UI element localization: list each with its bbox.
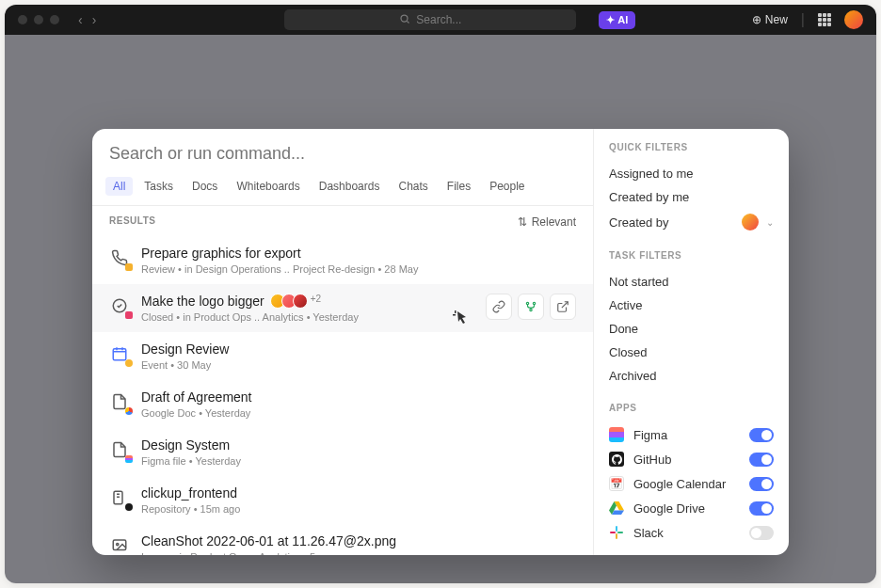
filter-done[interactable]: Done <box>609 317 774 341</box>
tab-docs[interactable]: Docs <box>184 177 225 196</box>
result-title: Make the logo bigger +2 <box>141 294 474 309</box>
svg-rect-12 <box>616 533 617 539</box>
app-gdrive-row: Google Drive <box>609 496 774 520</box>
gdrive-toggle[interactable] <box>749 501 774 516</box>
results-heading: RESULTS <box>109 215 155 229</box>
sparkle-icon: ✦ <box>606 14 615 26</box>
filter-created-by-me[interactable]: Created by me <box>609 185 774 209</box>
result-meta: Review • in Design Operations .. Project… <box>141 263 576 275</box>
maximize-window-icon[interactable] <box>50 15 59 24</box>
global-search[interactable]: Search... <box>284 9 576 30</box>
task-filters-heading: TASK FILTERS <box>609 250 774 261</box>
app-grid-icon[interactable] <box>818 13 831 26</box>
phone-icon <box>109 247 130 268</box>
svg-point-4 <box>530 309 532 310</box>
svg-rect-13 <box>610 532 616 533</box>
calendar-icon <box>109 343 130 364</box>
plus-icon: ⊕ <box>752 13 761 26</box>
result-item[interactable]: CleanShot 2022-06-01 at 11.26.47@2x.png … <box>92 524 593 555</box>
app-body: All Tasks Docs Whiteboards Dashboards Ch… <box>5 35 876 583</box>
repository-icon <box>109 487 130 508</box>
result-item[interactable]: Design Review Event • 30 May <box>92 332 593 380</box>
figma-toggle[interactable] <box>749 428 774 442</box>
minimize-window-icon[interactable] <box>34 15 43 24</box>
search-placeholder: Search... <box>416 13 461 26</box>
filter-created-by[interactable]: Created by ⌄ <box>609 209 774 235</box>
search-icon <box>399 13 410 27</box>
tab-whiteboards[interactable]: Whiteboards <box>229 177 307 196</box>
nav-back-icon[interactable]: ‹ <box>78 12 83 27</box>
result-meta: Image • in Product Ops .. Analytics • 5m… <box>141 551 576 555</box>
command-search-input[interactable] <box>109 144 576 164</box>
result-item[interactable]: Prepare graphics for export Review • in … <box>92 236 593 284</box>
filter-archived[interactable]: Archived <box>609 364 774 388</box>
open-new-button[interactable] <box>550 294 576 320</box>
branch-button[interactable] <box>518 294 544 320</box>
results-sort[interactable]: ⇅ Relevant <box>518 215 576 229</box>
filter-closed[interactable]: Closed <box>609 341 774 364</box>
app-gcal-row: 📅 Google Calendar <box>609 471 774 496</box>
svg-point-0 <box>401 15 408 22</box>
result-item[interactable]: Make the logo bigger +2 Closed • in Prod… <box>92 284 593 332</box>
svg-rect-10 <box>616 526 617 532</box>
slack-toggle[interactable] <box>749 526 774 540</box>
app-github-row: GitHub <box>609 447 774 471</box>
ai-button[interactable]: ✦ AI <box>599 11 635 29</box>
status-dot <box>125 311 133 319</box>
results-list: Prepare graphics for export Review • in … <box>92 236 593 555</box>
titlebar-right: ⊕ New | <box>752 10 863 29</box>
result-title: Design System <box>141 437 576 453</box>
close-window-icon[interactable] <box>18 15 27 24</box>
search-tabs: All Tasks Docs Whiteboards Dashboards Ch… <box>92 171 593 206</box>
new-button[interactable]: ⊕ New <box>752 13 788 26</box>
nav-arrows: ‹ › <box>78 12 96 27</box>
quick-filters-heading: QUICK FILTERS <box>609 142 774 152</box>
titlebar: ‹ › Search... ✦ AI ⊕ New | <box>5 5 876 35</box>
sort-icon: ⇅ <box>518 215 527 229</box>
avatar <box>293 294 308 309</box>
github-toggle[interactable] <box>749 453 774 467</box>
svg-point-9 <box>117 543 119 545</box>
tab-dashboards[interactable]: Dashboards <box>312 177 388 196</box>
user-avatar[interactable] <box>844 10 863 29</box>
result-item[interactable]: Draft of Agreement Google Doc • Yesterda… <box>92 380 593 428</box>
filter-assigned-to-me[interactable]: Assigned to me <box>609 162 774 185</box>
result-meta: Google Doc • Yesterday <box>141 407 576 419</box>
assignee-avatars: +2 <box>270 294 321 309</box>
google-calendar-icon: 📅 <box>609 476 624 491</box>
result-title: CleanShot 2022-06-01 at 11.26.47@2x.png <box>141 533 576 548</box>
tab-chats[interactable]: Chats <box>391 177 435 196</box>
copy-link-button[interactable] <box>486 294 512 320</box>
modal-overlay[interactable]: All Tasks Docs Whiteboards Dashboards Ch… <box>5 35 876 583</box>
hover-actions <box>486 294 576 323</box>
result-meta: Repository • 15m ago <box>141 503 576 515</box>
document-icon <box>109 439 130 460</box>
status-dot <box>125 263 133 271</box>
traffic-lights <box>18 15 59 24</box>
image-icon <box>109 535 130 555</box>
tab-tasks[interactable]: Tasks <box>136 177 181 196</box>
result-item[interactable]: clickup_frontend Repository • 15m ago <box>92 476 593 524</box>
result-title: Prepare graphics for export <box>141 246 576 261</box>
gcal-toggle[interactable] <box>749 477 774 491</box>
status-dot <box>125 359 133 367</box>
tab-people[interactable]: People <box>482 177 532 196</box>
palette-sidebar: QUICK FILTERS Assigned to me Created by … <box>593 129 789 555</box>
google-drive-icon <box>609 501 624 516</box>
nav-forward-icon[interactable]: › <box>92 12 97 27</box>
svg-rect-6 <box>113 349 126 360</box>
tab-all[interactable]: All <box>105 177 133 196</box>
svg-point-3 <box>533 302 535 304</box>
tab-files[interactable]: Files <box>440 177 478 196</box>
result-meta: Figma file • Yesterday <box>141 455 576 467</box>
filter-not-started[interactable]: Not started <box>609 270 774 294</box>
app-window: ‹ › Search... ✦ AI ⊕ New | <box>5 5 876 583</box>
app-slack-row: Slack <box>609 520 774 545</box>
result-meta: Closed • in Product Ops .. Analytics • Y… <box>141 311 474 323</box>
result-title: Design Review <box>141 342 576 357</box>
figma-icon <box>609 427 624 442</box>
apps-heading: APPS <box>609 403 774 413</box>
chevron-down-icon: ⌄ <box>766 217 774 228</box>
filter-active[interactable]: Active <box>609 294 774 317</box>
result-item[interactable]: Design System Figma file • Yesterday <box>92 428 593 476</box>
